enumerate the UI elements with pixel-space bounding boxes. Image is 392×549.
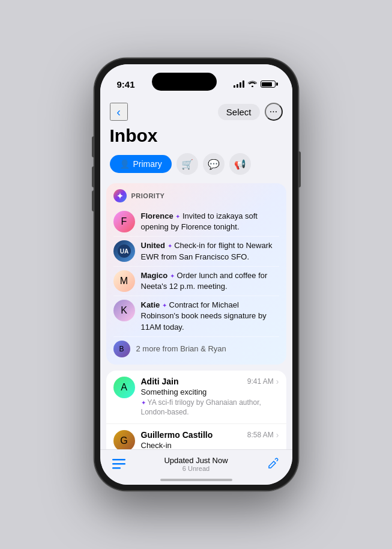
priority-header: PRIORITY [113, 189, 279, 202]
avatar-guillermo-email: G [113, 430, 135, 452]
compose-button[interactable] [264, 455, 282, 473]
priority-text-united: United ✦ Check-in for flight to Newark E… [141, 240, 279, 262]
chevron-guillermo: › [276, 430, 279, 440]
priority-item-united[interactable]: UA United ✦ Check-in for flight to Newar… [113, 237, 279, 266]
battery-icon [261, 80, 276, 88]
primary-tab-icon: 👤 [119, 159, 130, 169]
priority-text-magico: Magico ✦ Order lunch and coffee for Neet… [141, 270, 279, 292]
page-title: Inbox [100, 126, 292, 153]
priority-item-florence[interactable]: F Florence ✦ Invited to izakaya soft ope… [113, 207, 279, 237]
more-button[interactable]: ··· [265, 103, 283, 121]
avatar-aditi-email: A [113, 377, 135, 398]
email-header-guillermo: Guillermo Castillo 8:58 AM › [141, 430, 279, 440]
email-time-aditi: 9:41 AM › [247, 377, 279, 386]
back-button[interactable]: ‹ [110, 103, 128, 121]
email-time-guillermo: 8:58 AM › [247, 430, 279, 440]
email-subject-aditi: Something exciting [141, 387, 279, 396]
priority-item-magico[interactable]: M Magico ✦ Order lunch and coffee for Ne… [113, 267, 279, 296]
priority-card: PRIORITY F Florence ✦ Invited to izakaya… [106, 183, 286, 365]
status-time: 9:41 [117, 79, 135, 89]
priority-text-florence: Florence ✦ Invited to izakaya soft openi… [141, 211, 279, 232]
more-from[interactable]: B 2 more from Brian & Ryan [113, 337, 279, 359]
email-item-aditi[interactable]: A Aditi Jain 9:41 AM › Something excitin… [106, 371, 286, 425]
chevron-aditi: › [276, 377, 279, 386]
priority-text-katie: Katie ✦ Contract for Michael Robinson's … [141, 300, 279, 333]
home-indicator [160, 479, 232, 481]
avatar-magico: M [113, 270, 135, 292]
status-unread: 6 Unread [164, 465, 228, 472]
more-from-text: 2 more from Brian & Ryan [136, 344, 226, 353]
status-icons [234, 80, 276, 89]
svg-rect-4 [112, 467, 121, 469]
bottom-status: Updated Just Now 6 Unread [164, 456, 228, 472]
email-sender-guillermo: Guillermo Castillo [141, 430, 213, 440]
email-preview-aditi: ✦ YA sci-fi trilogy by Ghanaian author, … [141, 398, 279, 418]
avatar-florence: F [113, 211, 135, 232]
phone-screen: 9:41 ‹ [100, 64, 292, 485]
primary-tab-label: Primary [133, 159, 162, 169]
avatar-united: UA [113, 240, 135, 262]
wifi-icon [248, 80, 257, 89]
avatar-katie: K [113, 300, 135, 321]
tab-primary[interactable]: 👤 Primary [110, 155, 172, 173]
priority-gemini-icon [113, 189, 127, 202]
svg-rect-3 [112, 463, 125, 465]
top-nav: ‹ Select ··· [100, 100, 292, 126]
dynamic-island [152, 73, 217, 91]
email-sender-aditi: Aditi Jain [141, 377, 179, 386]
priority-item-katie[interactable]: K Katie ✦ Contract for Michael Robinson'… [113, 296, 279, 337]
signal-bars-icon [234, 80, 244, 88]
tab-promotions[interactable]: 📢 [229, 153, 251, 175]
select-button[interactable]: Select [218, 104, 260, 120]
svg-rect-2 [112, 459, 125, 461]
phone-frame: 9:41 ‹ [94, 58, 298, 491]
email-content-aditi: Aditi Jain 9:41 AM › Something exciting … [141, 377, 279, 418]
email-header-aditi: Aditi Jain 9:41 AM › [141, 377, 279, 386]
tab-shopping[interactable]: 🛒 [176, 153, 198, 175]
svg-text:UA: UA [119, 248, 128, 255]
priority-label: PRIORITY [131, 192, 165, 199]
status-bar: 9:41 [100, 64, 292, 100]
status-updated: Updated Just Now [164, 456, 228, 465]
tab-social[interactable]: 💬 [203, 153, 225, 175]
nav-actions: Select ··· [218, 103, 283, 121]
avatar-brian: B [113, 341, 130, 357]
compose-list-icon[interactable] [110, 455, 128, 473]
filter-tabs: 👤 Primary 🛒 💬 📢 [100, 153, 292, 183]
